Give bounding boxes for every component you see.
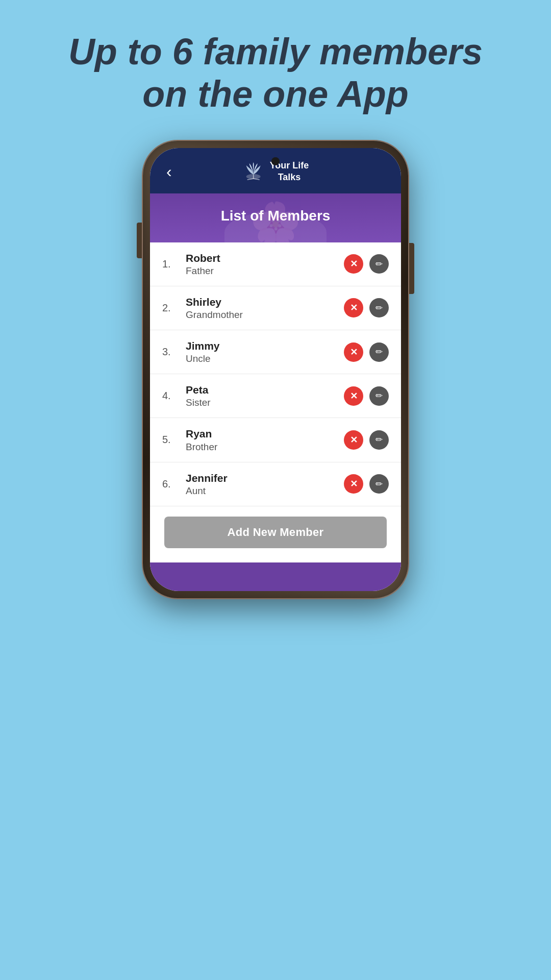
edit-member-4-button[interactable] [369, 386, 389, 406]
bottom-bar [150, 562, 401, 591]
member-relation-1: Father [186, 265, 344, 277]
member-row-5: 5. Ryan Brother [150, 418, 401, 462]
edit-member-3-button[interactable] [369, 342, 389, 362]
delete-member-5-button[interactable] [344, 430, 363, 450]
member-actions-3 [344, 342, 389, 362]
edit-member-5-button[interactable] [369, 430, 389, 450]
member-actions-4 [344, 386, 389, 406]
purple-banner: 🌸 List of Members [150, 193, 401, 242]
member-info-1: Robert Father [186, 252, 344, 277]
member-name-6: Jennifer [186, 472, 344, 484]
member-info-2: Shirley Grandmother [186, 296, 344, 321]
member-row-4: 4. Peta Sister [150, 374, 401, 418]
member-info-4: Peta Sister [186, 383, 344, 408]
edit-member-1-button[interactable] [369, 254, 389, 274]
headline: Up to 6 family members on the one App [0, 0, 551, 141]
member-actions-1 [344, 254, 389, 274]
member-row-3: 3. Jimmy Uncle [150, 330, 401, 374]
member-num-2: 2. [162, 302, 181, 314]
member-name-2: Shirley [186, 296, 344, 308]
member-info-5: Ryan Brother [186, 427, 344, 452]
delete-member-1-button[interactable] [344, 254, 363, 274]
delete-member-6-button[interactable] [344, 474, 363, 494]
member-num-6: 6. [162, 478, 181, 490]
member-row-2: 2. Shirley Grandmother [150, 286, 401, 330]
member-actions-2 [344, 298, 389, 317]
member-relation-6: Aunt [186, 485, 344, 497]
member-info-6: Jennifer Aunt [186, 472, 344, 497]
edit-member-6-button[interactable] [369, 474, 389, 494]
phone-mockup: ‹ Your Life [143, 141, 408, 677]
banner-watermark: 🌸 [250, 200, 301, 242]
member-name-5: Ryan [186, 427, 344, 440]
member-num-3: 3. [162, 346, 181, 358]
member-num-1: 1. [162, 258, 181, 270]
member-name-4: Peta [186, 383, 344, 396]
delete-member-3-button[interactable] [344, 342, 363, 362]
member-relation-4: Sister [186, 397, 344, 408]
phone-screen: ‹ Your Life [150, 148, 401, 591]
member-relation-5: Brother [186, 442, 344, 453]
member-num-5: 5. [162, 434, 181, 446]
add-new-member-button[interactable]: Add New Member [164, 517, 387, 548]
camera-notch [271, 157, 280, 165]
member-actions-6 [344, 474, 389, 494]
member-row-1: 1. Robert Father [150, 242, 401, 286]
phone-shell: ‹ Your Life [143, 141, 408, 598]
member-relation-3: Uncle [186, 353, 344, 364]
member-relation-2: Grandmother [186, 309, 344, 321]
app-header: ‹ Your Life [150, 148, 401, 193]
add-area: Add New Member [150, 506, 401, 562]
svg-line-2 [247, 179, 254, 180]
member-name-3: Jimmy [186, 339, 344, 352]
member-actions-5 [344, 430, 389, 450]
delete-member-2-button[interactable] [344, 298, 363, 317]
back-button[interactable]: ‹ [160, 160, 178, 183]
member-info-3: Jimmy Uncle [186, 339, 344, 364]
member-name-1: Robert [186, 252, 344, 264]
svg-line-3 [254, 179, 260, 180]
logo-icon [242, 160, 265, 183]
member-num-4: 4. [162, 390, 181, 402]
members-list: 1. Robert Father 2. Shirley Grandmother … [150, 242, 401, 506]
edit-member-2-button[interactable] [369, 298, 389, 317]
member-row-6: 6. Jennifer Aunt [150, 462, 401, 506]
delete-member-4-button[interactable] [344, 386, 363, 406]
